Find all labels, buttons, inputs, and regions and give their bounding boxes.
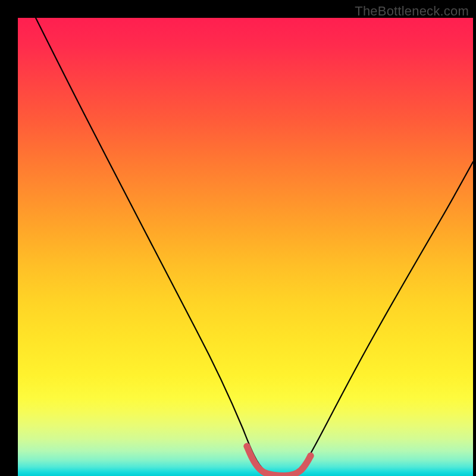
highlight-end-dot xyxy=(308,453,314,459)
optimal-range-highlight xyxy=(247,446,311,476)
chart-container: TheBottleneck.com xyxy=(0,0,476,476)
watermark-text: TheBottleneck.com xyxy=(355,4,469,19)
bottleneck-curve-path xyxy=(36,18,473,475)
highlight-start-dot xyxy=(244,443,250,450)
curve-svg xyxy=(18,18,473,476)
plot-area xyxy=(18,18,473,476)
